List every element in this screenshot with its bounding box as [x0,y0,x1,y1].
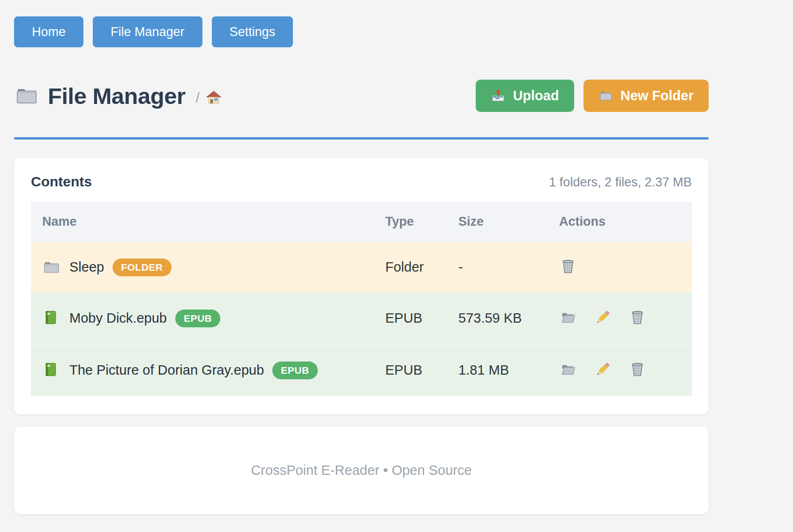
rename-action-button[interactable] [594,309,612,328]
name-cell: SleepFOLDER [42,258,374,277]
new-folder-button-label: New Folder [621,88,694,103]
title-group: File Manager / [14,83,222,109]
column-header-name: Name [31,202,374,242]
upload-button-label: Upload [513,88,559,103]
nav-settings-button[interactable]: Settings [212,16,293,47]
contents-summary: 1 folders, 2 files, 2.37 MB [549,175,692,190]
column-header-type: Type [374,202,447,242]
column-header-actions: Actions [548,202,692,242]
page-title: File Manager [48,83,186,109]
file-name: Moby Dick.epub [69,310,167,326]
top-nav: Home File Manager Settings [14,0,709,47]
nav-file-manager-button[interactable]: File Manager [93,16,202,47]
file-size: - [447,242,548,293]
delete-action-button[interactable] [628,361,646,380]
trash-icon [559,258,577,275]
file-name: Sleep [69,259,104,275]
file-type: EPUB [374,293,447,344]
open-folder-icon [559,361,577,378]
footer-card: CrossPoint E-Reader • Open Source [14,427,709,514]
contents-card-head: Contents 1 folders, 2 files, 2.37 MB [31,174,692,190]
delete-action-button[interactable] [559,258,577,277]
name-cell: The Picture of Dorian Gray.epubEPUB [42,361,374,380]
table-row[interactable]: Moby Dick.epubEPUBEPUB573.59 KB [31,293,692,344]
contents-title: Contents [31,174,92,190]
files-table: Name Type Size Actions SleepFOLDERFolder… [31,202,692,396]
file-type: EPUB [374,344,447,396]
upload-icon [491,89,506,103]
open-action-button[interactable] [559,309,577,328]
type-badge: FOLDER [112,259,171,276]
delete-action-button[interactable] [628,309,646,328]
actions-cell [559,258,692,277]
book-icon [42,361,61,380]
book-icon [42,309,61,328]
open-folder-icon [559,309,577,326]
app-container: Home File Manager Settings File Manager … [14,0,709,514]
actions-cell [559,309,692,328]
table-header-row: Name Type Size Actions [31,202,692,242]
new-folder-button[interactable]: New Folder [584,80,709,112]
pencil-icon [594,309,612,326]
table-row[interactable]: The Picture of Dorian Gray.epubEPUBEPUB1… [31,344,692,396]
type-badge: EPUB [272,362,317,379]
name-cell: Moby Dick.epubEPUB [42,309,374,328]
file-name: The Picture of Dorian Gray.epub [69,362,264,378]
type-badge: EPUB [175,310,220,327]
open-action-button[interactable] [559,361,577,380]
file-size: 573.59 KB [447,293,548,344]
table-row[interactable]: SleepFOLDERFolder- [31,242,692,293]
nav-home-button[interactable]: Home [14,16,83,47]
header-divider [14,137,709,140]
home-icon[interactable] [205,89,222,106]
file-size: 1.81 MB [447,344,548,396]
trash-icon [628,361,646,378]
file-type: Folder [374,242,447,293]
contents-card: Contents 1 folders, 2 files, 2.37 MB Nam… [14,158,709,414]
folder-icon [598,89,613,103]
upload-button[interactable]: Upload [476,80,574,112]
rename-action-button[interactable] [594,361,612,380]
breadcrumb-separator: / [196,90,200,106]
actions-cell [559,361,692,380]
pencil-icon [594,361,612,378]
column-header-size: Size [447,202,548,242]
header-actions: Upload New Folder [476,80,709,112]
folder-icon [42,258,61,277]
page-header: File Manager / Upload New Folder [14,80,709,112]
footer-text: CrossPoint E-Reader • Open Source [251,463,471,478]
trash-icon [628,309,646,326]
folder-icon [14,83,39,109]
